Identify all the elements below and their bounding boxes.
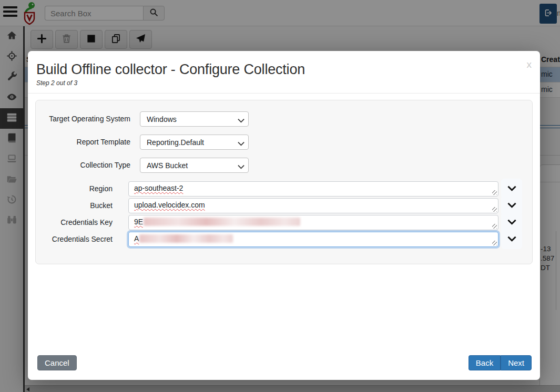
- redacted-text: [144, 218, 300, 226]
- modal-step-indicator: Step 2 out of 3: [36, 79, 532, 87]
- credentials-key-label: Credentials Key: [36, 215, 113, 230]
- credentials-secret-dropdown-button[interactable]: [501, 229, 522, 249]
- resize-grip-icon[interactable]: [492, 207, 497, 212]
- credentials-secret-value: A: [134, 234, 139, 243]
- chevron-down-icon: [507, 235, 516, 243]
- chevron-down-icon: [507, 202, 516, 210]
- region-input[interactable]: ap-southeast-2: [128, 181, 498, 197]
- close-icon[interactable]: x: [527, 59, 532, 69]
- redacted-text: [139, 234, 233, 243]
- app-window: m: [0, 0, 560, 392]
- modal-header: Build Offline collector - Configure Coll…: [28, 51, 540, 94]
- chevron-down-icon: [507, 219, 516, 226]
- resize-grip-icon[interactable]: [492, 224, 497, 229]
- configure-collection-form: Target Operating System Windows Report T…: [35, 100, 533, 264]
- next-button[interactable]: Next: [501, 355, 532, 370]
- build-collector-modal: Build Offline collector - Configure Coll…: [28, 51, 540, 380]
- credentials-secret-input[interactable]: A: [128, 232, 498, 247]
- bucket-value: upload.velocidex.com: [134, 201, 205, 209]
- resize-grip-icon[interactable]: [492, 190, 497, 195]
- collection-type-select[interactable]: AWS Bucket: [140, 158, 249, 173]
- region-label: Region: [36, 181, 113, 197]
- target-os-label: Target Operating System: [36, 111, 130, 127]
- wizard-nav-buttons: Back Next: [469, 355, 532, 370]
- modal-title: Build Offline collector - Configure Coll…: [36, 61, 532, 78]
- target-os-select[interactable]: Windows: [140, 111, 249, 127]
- bucket-input[interactable]: upload.velocidex.com: [128, 198, 498, 213]
- credentials-key-value: 9E: [134, 218, 143, 226]
- bucket-label: Bucket: [36, 198, 113, 213]
- modal-footer: Cancel Back Next: [28, 348, 540, 380]
- back-button[interactable]: Back: [469, 355, 501, 370]
- region-value: ap-southeast-2: [134, 184, 183, 192]
- cancel-button[interactable]: Cancel: [37, 355, 77, 370]
- report-template-label: Report Template: [36, 135, 130, 150]
- chevron-down-icon: [507, 185, 516, 193]
- credentials-secret-label: Credentials Secret: [36, 232, 113, 247]
- report-template-select[interactable]: Reporting.Default: [140, 135, 249, 150]
- resize-grip-icon[interactable]: [492, 241, 497, 245]
- collection-type-label: Collection Type: [36, 158, 130, 173]
- credentials-key-input[interactable]: 9E: [128, 215, 498, 230]
